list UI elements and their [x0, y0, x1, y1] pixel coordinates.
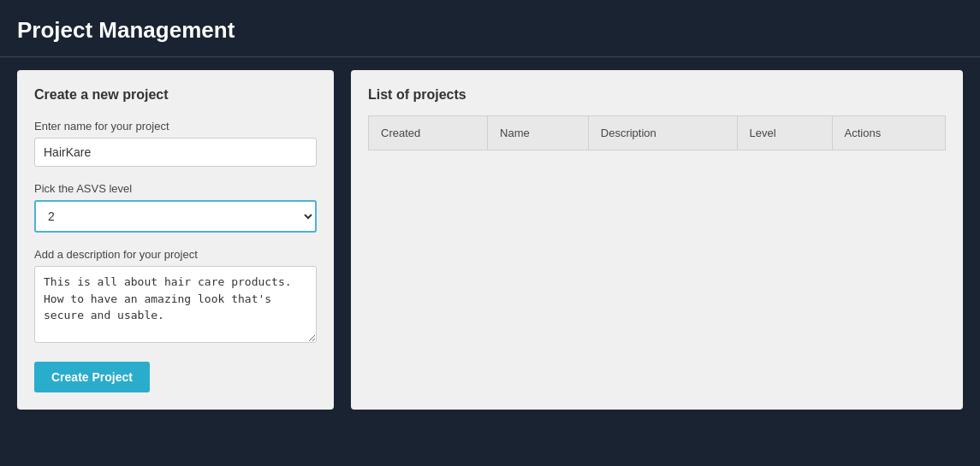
create-panel-title: Create a new project [34, 87, 317, 103]
table-header: Created Name Description Level Actions [369, 116, 946, 150]
projects-table: Created Name Description Level Actions [368, 115, 946, 150]
asvs-level-label: Pick the ASVS level [34, 182, 317, 195]
list-projects-panel: List of projects Created Name Descriptio… [351, 70, 963, 410]
project-name-group: Enter name for your project [34, 120, 317, 167]
app-header: Project Management [0, 0, 980, 57]
asvs-level-group: Pick the ASVS level 1 2 3 [34, 182, 317, 233]
project-name-input[interactable] [34, 138, 317, 167]
col-created: Created [369, 116, 488, 150]
col-name: Name [488, 116, 589, 150]
description-label: Add a description for your project [34, 248, 317, 261]
col-level: Level [737, 116, 832, 150]
asvs-level-select[interactable]: 1 2 3 [34, 200, 317, 233]
create-project-button[interactable]: Create Project [34, 362, 150, 392]
col-actions: Actions [832, 116, 945, 150]
col-description: Description [588, 116, 737, 150]
list-panel-title: List of projects [368, 87, 946, 103]
table-header-row: Created Name Description Level Actions [369, 116, 946, 150]
description-group: Add a description for your project This … [34, 248, 317, 346]
project-name-label: Enter name for your project [34, 120, 317, 133]
main-content: Create a new project Enter name for your… [0, 57, 980, 422]
create-project-panel: Create a new project Enter name for your… [17, 70, 334, 410]
description-textarea[interactable]: This is all about hair care products. Ho… [34, 266, 317, 343]
page-title: Project Management [17, 17, 963, 44]
